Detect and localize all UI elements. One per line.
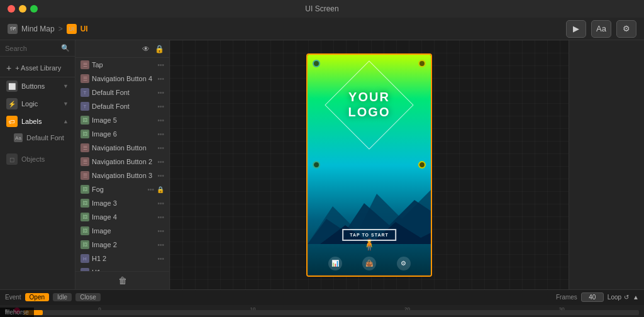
bottom-nav: 📊 👜 ⚙ — [308, 257, 431, 270]
tap-to-start-button[interactable]: TAP TO START — [342, 229, 396, 241]
layer-img5-name: Image 5 — [92, 116, 155, 124]
corner-tr — [418, 60, 426, 67]
titlebar: UI Screen — [0, 0, 644, 18]
timeline-track-wrapper: 0 10 20 30 — [24, 306, 639, 315]
layer-navbtn2-dots: ••• — [157, 158, 164, 165]
delete-layer-button[interactable]: 🗑 — [118, 275, 127, 286]
nav-btn-settings[interactable]: ⚙ — [397, 257, 411, 270]
breadcrumb-parent[interactable]: Mind Map — [21, 25, 55, 33]
sidebar-items-list: + + Asset Library ⬜ Buttons ▼ ⚡ Logic ▼ … — [0, 57, 75, 289]
layer-img-dots: ••• — [157, 228, 164, 235]
sidebar-item-objects[interactable]: ◻ Objects — [0, 150, 75, 168]
frames-input[interactable] — [581, 292, 604, 302]
default-font-item[interactable]: Aa Default Font — [0, 130, 75, 145]
layer-h1-icon: H — [80, 268, 89, 271]
mind-map-icon: 🗺 — [8, 24, 18, 34]
layer-img4-icon: 🖼 — [80, 213, 89, 221]
layer-navbtn2-icon: ☰ — [80, 157, 89, 166]
layer-fog-name: Fog — [92, 186, 145, 193]
layer-tap-icon: ☰ — [80, 60, 89, 69]
default-font-label: Default Font — [26, 134, 64, 142]
layer-item-fog[interactable]: 🖼 Fog ••• 🔒 — [75, 182, 169, 196]
asset-library-label: + Asset Library — [15, 64, 61, 72]
layer-item-img2[interactable]: 🖼 Image 2 ••• — [75, 238, 169, 252]
main-content: 🔍 + + Asset Library ⬜ Buttons ▼ ⚡ Logic … — [0, 40, 644, 289]
objects-icon: ◻ — [6, 153, 18, 165]
layer-item-font1[interactable]: T Default Font ••• — [75, 86, 169, 99]
lock-icon[interactable]: 🔒 — [155, 45, 164, 53]
layer-navbtn4-name: Navigation Button 4 — [92, 75, 155, 82]
layer-item-navbtn2[interactable]: ☰ Navigation Button 2 ••• — [75, 155, 169, 169]
layer-font1-name: Default Font — [92, 89, 155, 96]
corner-cr — [418, 161, 426, 169]
loop-section: Loop ↺ — [608, 294, 629, 301]
timeline-bar: ▶ 0 10 20 30 — [0, 305, 644, 317]
layers-panel: 👁 🔒 ☰ Tap ••• ☰ Navigation Button 4 ••• … — [75, 40, 170, 289]
layer-item-img5[interactable]: 🖼 Image 5 ••• — [75, 113, 169, 127]
event-close-button[interactable]: Close — [75, 293, 101, 301]
canvas-area[interactable]: YOUR LOGO 🧍 TAP TO START — [170, 40, 569, 289]
layer-font2-icon: T — [80, 102, 89, 111]
layer-font2-name: Default Font — [92, 103, 155, 110]
layer-item-img4[interactable]: 🖼 Image 4 ••• — [75, 210, 169, 224]
settings-button[interactable]: ⚙ — [616, 20, 636, 38]
sidebar-item-buttons[interactable]: ⬜ Buttons ▼ — [0, 77, 75, 95]
traffic-lights — [8, 5, 38, 13]
collapse-button[interactable]: ▲ — [633, 294, 639, 301]
asset-library-button[interactable]: + + Asset Library — [0, 59, 75, 77]
layer-item-navbtn3[interactable]: ☰ Navigation Button 3 ••• — [75, 169, 169, 182]
buttons-icon: ⬜ — [6, 81, 18, 92]
event-label: Event — [5, 294, 21, 301]
logo-line2: LOGO — [308, 104, 431, 120]
buttons-arrow: ▼ — [63, 83, 69, 89]
search-icon: 🔍 — [61, 44, 70, 52]
layer-navbtn-dots: ••• — [157, 145, 164, 152]
nav-btn-chart[interactable]: 📊 — [328, 257, 342, 270]
logic-icon: ⚡ — [6, 98, 18, 109]
layer-font1-icon: T — [80, 88, 89, 97]
layer-item-h12[interactable]: H H1 2 ••• — [75, 252, 169, 265]
layer-navbtn3-dots: ••• — [157, 172, 164, 179]
layer-h12-icon: H — [80, 254, 89, 263]
layer-item-img6[interactable]: 🖼 Image 6 ••• — [75, 127, 169, 141]
layer-item-h1[interactable]: H H1 ••• — [75, 265, 169, 271]
layer-item-navbtn4[interactable]: ☰ Navigation Button 4 ••• — [75, 72, 169, 86]
logic-arrow: ▼ — [63, 101, 69, 107]
maximize-window-button[interactable] — [30, 5, 38, 13]
layer-item-tap[interactable]: ☰ Tap ••• — [75, 58, 169, 72]
close-window-button[interactable] — [8, 5, 15, 13]
objects-label: Objects — [21, 155, 45, 163]
nav-btn-bag[interactable]: 👜 — [362, 257, 376, 270]
layer-item-navbtn[interactable]: ☰ Navigation Button ••• — [75, 141, 169, 155]
event-open-button[interactable]: Open — [25, 293, 49, 301]
layer-item-img[interactable]: 🖼 Image ••• — [75, 224, 169, 238]
layer-fog-lock: 🔒 — [157, 186, 164, 193]
frames-label: Frames — [556, 294, 577, 301]
layer-img6-name: Image 6 — [92, 130, 155, 138]
breadcrumb-current: UI — [80, 25, 88, 33]
layer-img6-dots: ••• — [157, 131, 164, 138]
layer-img3-dots: ••• — [157, 200, 164, 207]
play-button[interactable]: ▶ — [566, 20, 586, 38]
event-idle-button[interactable]: Idle — [53, 293, 72, 301]
font-button[interactable]: Aa — [591, 20, 611, 38]
watermark: filehorse — [0, 308, 34, 317]
layer-navbtn-name: Navigation Button — [92, 144, 155, 152]
corner-cl — [313, 161, 320, 169]
sidebar-item-labels[interactable]: 🏷 Labels ▲ — [0, 113, 75, 130]
layers-header: 👁 🔒 — [75, 40, 169, 58]
search-bar: 🔍 — [0, 40, 75, 57]
layer-item-img3[interactable]: 🖼 Image 3 ••• — [75, 196, 169, 210]
layer-item-font2[interactable]: T Default Font ••• — [75, 99, 169, 113]
labels-label: Labels — [21, 118, 42, 125]
layer-fog-dots: ••• — [147, 186, 154, 193]
minimize-window-button[interactable] — [19, 5, 26, 13]
loop-label: Loop — [608, 294, 621, 301]
search-input[interactable] — [5, 45, 58, 52]
visibility-icon[interactable]: 👁 — [142, 45, 150, 53]
sidebar-item-logic[interactable]: ⚡ Logic ▼ — [0, 95, 75, 113]
layer-font1-dots: ••• — [157, 89, 164, 96]
layer-img3-name: Image 3 — [92, 199, 155, 207]
phone-frame: YOUR LOGO 🧍 TAP TO START — [306, 53, 432, 277]
timeline-track[interactable] — [24, 310, 639, 315]
